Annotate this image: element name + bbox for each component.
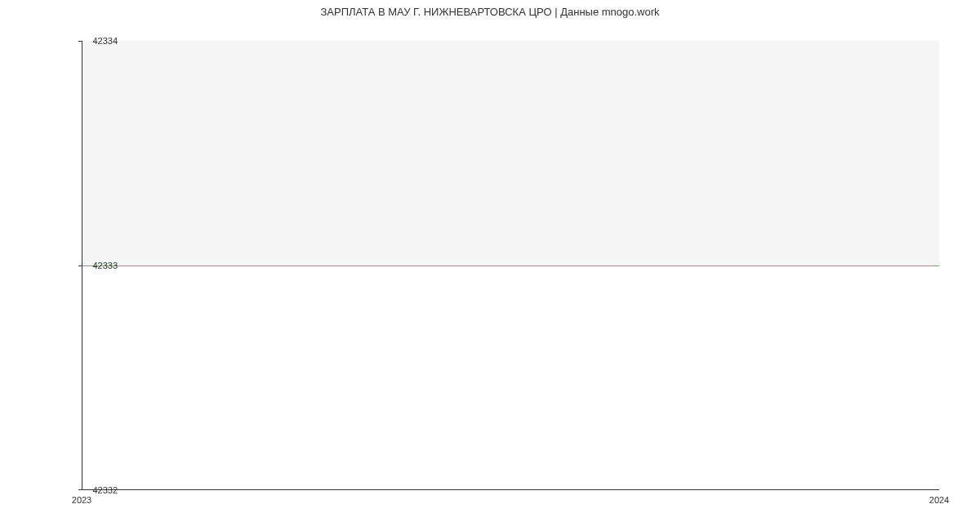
x-axis-tick-label: 2024 <box>929 495 949 505</box>
chart-title: ЗАРПЛАТА В МАУ Г. НИЖНЕВАРТОВСКА ЦРО | Д… <box>0 0 980 18</box>
x-axis-tick-label: 2023 <box>72 495 91 505</box>
y-axis-tick-label: 42334 <box>92 36 118 46</box>
y-tick-mark <box>78 266 82 266</box>
plot-lower-region <box>82 266 939 490</box>
data-series-line <box>82 266 939 266</box>
plot-area <box>82 41 939 490</box>
y-axis-tick-label: 42332 <box>92 485 118 495</box>
y-tick-mark <box>78 41 82 42</box>
y-tick-mark <box>78 489 82 490</box>
y-axis-tick-label: 42333 <box>92 261 118 270</box>
chart-plot <box>82 41 939 490</box>
